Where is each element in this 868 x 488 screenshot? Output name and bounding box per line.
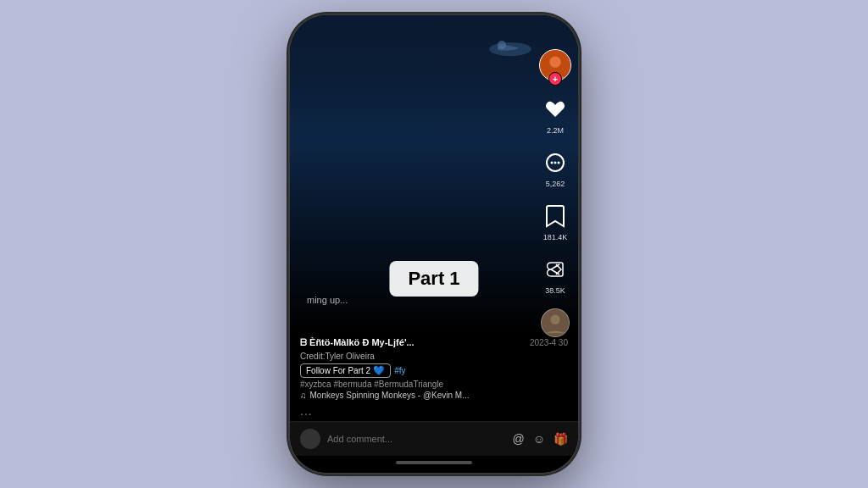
right-sidebar: + 2.2M	[539, 49, 571, 337]
hashtag-line: Follow For Part 2 💙 #fy	[300, 363, 568, 378]
bookmark-icon	[541, 202, 570, 230]
gift-icon[interactable]: 🎁	[554, 432, 568, 446]
swimmer-graphic	[485, 36, 536, 62]
like-icon	[541, 95, 570, 124]
svg-point-7	[558, 162, 560, 164]
follow-plus-button[interactable]: +	[548, 72, 562, 86]
coming-up-text: ming up...	[307, 295, 348, 305]
hashtag-fy[interactable]: #fy	[394, 366, 405, 375]
svg-point-5	[551, 162, 554, 164]
user-row: ᗷ Èñtö-Màlkö Ð My-Ljfé'... 2023-4 30	[300, 337, 568, 348]
follow-text: Follow For Part 2	[306, 366, 370, 375]
phone-frame: ming up... Part 1 +	[290, 15, 578, 473]
dots-line: ...	[300, 404, 568, 418]
comment-bar: @ ☺ 🎁	[290, 421, 578, 456]
comment-action-icons: @ ☺ 🎁	[512, 432, 568, 446]
comment-input[interactable]	[327, 434, 505, 444]
creator-avatar-container[interactable]: +	[539, 49, 571, 81]
share-icon	[541, 255, 570, 284]
bottom-info: ᗷ Èñtö-Màlkö Ð My-Ljfé'... 2023-4 30 Cre…	[290, 330, 578, 421]
comment-icon	[541, 148, 570, 177]
svg-point-6	[554, 162, 557, 164]
phone-screen: ming up... Part 1 +	[290, 15, 578, 473]
svg-point-3	[549, 57, 560, 68]
hashtag-more-text: #xyzbca #bermuda #BermudaTriangle	[300, 380, 443, 389]
user-avatar-bottom[interactable]	[541, 308, 570, 337]
credit-line: Credit:Tyler Oliveira	[300, 352, 568, 361]
part1-label: Part 1	[408, 268, 459, 289]
follow-for-part2-box[interactable]: Follow For Part 2 💙	[300, 363, 391, 378]
post-date: 2023-4 30	[530, 338, 568, 347]
bookmark-count: 181.4K	[543, 233, 568, 241]
like-count: 2.2M	[547, 126, 564, 135]
part1-card: Part 1	[389, 261, 478, 297]
comment-action[interactable]: 5,262	[541, 148, 570, 188]
music-text: Monkeys Spinning Monkeys - @Kevin M...	[310, 391, 470, 400]
music-line: ♫ Monkeys Spinning Monkeys - @Kevin M...	[300, 391, 568, 400]
hashtag-line-2: #xyzbca #bermuda #BermudaTriangle	[300, 380, 568, 389]
svg-point-9	[550, 315, 559, 324]
user-avatar-icon	[541, 308, 570, 337]
username: ᗷ Èñtö-Màlkö Ð My-Ljfé'...	[300, 337, 415, 348]
like-action[interactable]: 2.2M	[541, 95, 570, 135]
blue-heart-icon: 💙	[373, 365, 385, 376]
share-count: 38.5K	[545, 286, 565, 295]
home-indicator	[290, 456, 578, 473]
video-area: ming up... Part 1 +	[290, 15, 578, 330]
at-icon[interactable]: @	[512, 432, 524, 446]
music-note-icon: ♫	[300, 391, 307, 400]
comment-count: 5,262	[546, 180, 565, 188]
home-bar	[396, 461, 472, 464]
share-action[interactable]: 38.5K	[541, 255, 570, 295]
bookmark-action[interactable]: 181.4K	[541, 202, 570, 241]
video-gradient	[290, 15, 578, 117]
commenter-avatar	[300, 429, 320, 449]
emoji-icon[interactable]: ☺	[533, 432, 545, 446]
